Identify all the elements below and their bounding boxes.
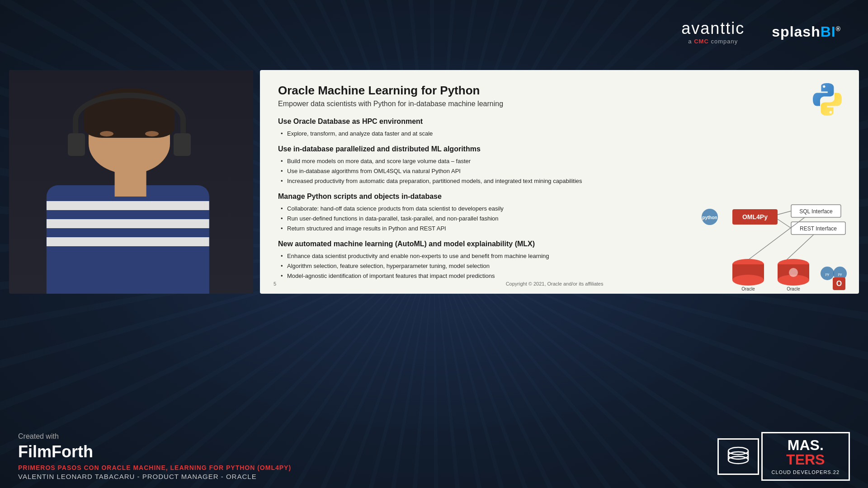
stripe2 [47, 219, 209, 228]
stripe3 [47, 237, 209, 246]
svg-line-9 [778, 219, 791, 228]
stripe1 [47, 201, 209, 210]
db-stack-icon [727, 446, 750, 467]
section-heading-1: Use Oracle Database as HPC environment [278, 116, 841, 127]
shirt [47, 185, 209, 294]
filmforth-logo: FilmForth [18, 442, 291, 461]
slide-page-number: 5 [274, 281, 276, 286]
webcam-bg [9, 70, 253, 294]
created-with: Created with [18, 432, 291, 441]
slide-title: Oracle Machine Learning for Python [278, 84, 841, 98]
svg-line-8 [778, 211, 791, 215]
slide-footer: 5 Copyright © 2021, Oracle and/or its af… [274, 277, 845, 290]
avanttic-sub: a CMC company [681, 38, 745, 45]
top-bar: avanttic a CMC company splashBI® [0, 0, 868, 63]
main-content: Oracle Machine Learning for Python Empow… [9, 70, 859, 486]
bottom-bar: Created with FilmForth Primeros Pasos co… [0, 425, 868, 488]
section-heading-2: Use in-database parallelized and distrib… [278, 144, 841, 155]
slide-panel: Oracle Machine Learning for Python Empow… [260, 70, 859, 294]
avanttic-name: avanttic [681, 19, 745, 38]
splashbi-logo: splashBI® [772, 23, 841, 40]
headphone-arc [73, 93, 186, 147]
slide-subtitle: Empower data scientists with Python for … [278, 100, 841, 108]
svg-line-11 [787, 235, 814, 260]
ters-label: TERS [772, 452, 840, 467]
svg-text:REST Interface: REST Interface [800, 225, 837, 232]
masters-badge: MAS. TERS CLOUD DEVELOPERS.22 [761, 432, 850, 481]
svg-text:py: py [838, 272, 842, 276]
bullet-2-1: Build more models on more data, and scor… [278, 157, 841, 166]
event-title: Primeros Pasos con Oracle Machine, Learn… [18, 464, 291, 471]
slide-copyright: Copyright © 2021, Oracle and/or its affi… [506, 281, 604, 286]
svg-text:py: py [826, 272, 829, 276]
headphone-left-cup [68, 133, 85, 156]
oracle-footer-logo [833, 277, 845, 290]
logos-container: avanttic a CMC company splashBI® [681, 19, 841, 45]
svg-text:SQL Interface: SQL Interface [799, 208, 833, 215]
masters-label: MAS. [772, 438, 840, 452]
bullet-1-1: Explore, transform, and analyze data fas… [278, 129, 841, 138]
python-logo [809, 81, 845, 117]
slide-header: Oracle Machine Learning for Python Empow… [278, 84, 841, 108]
svg-point-20 [789, 268, 798, 277]
bullet-2-3: Increased productivity from automatic da… [278, 177, 841, 186]
bottom-left: Created with FilmForth Primeros Pasos co… [18, 432, 291, 480]
headphone-right-cup [174, 133, 191, 156]
svg-text:python: python [702, 215, 717, 220]
svg-point-31 [728, 452, 748, 459]
avanttic-logo: avanttic a CMC company [681, 19, 745, 45]
bullet-2-2: Use in-database algorithms from OML4SQL … [278, 167, 841, 176]
svg-text:OML4Py: OML4Py [742, 213, 768, 221]
cloud-dev-label: CLOUD DEVELOPERS.22 [772, 469, 840, 475]
webcam-panel [9, 70, 253, 294]
head-area [84, 88, 175, 174]
bottom-right: MAS. TERS CLOUD DEVELOPERS.22 [717, 432, 850, 481]
db-badge-box [717, 438, 759, 475]
speaker-info: Valentin Leonard Tabacaru - Product Mana… [18, 473, 291, 480]
